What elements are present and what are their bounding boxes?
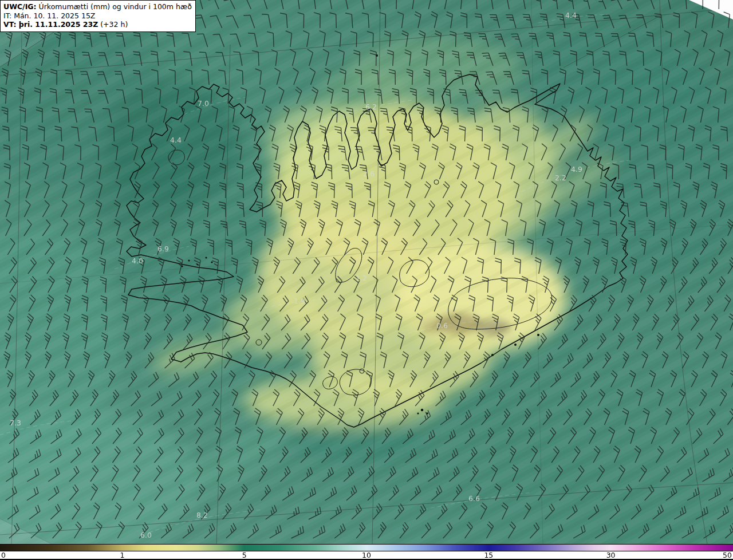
contour-label: 6.2 <box>365 102 377 111</box>
precipitation-colorbar: 0 1 5 10 15 30 50 <box>0 544 733 560</box>
contour-label: 8.2 <box>196 511 208 519</box>
product-title-line: UWC/IG: Úrkomumætti (mm) og vindur i 100… <box>3 2 192 11</box>
contour-label: 0.6 <box>436 321 448 330</box>
contour-label: 4.4 <box>565 11 577 19</box>
map-canvas: 4.4 7.0 6.2 4.4 2.6 4.9 2.2 6.9 4.0 1.2 … <box>0 0 733 544</box>
contour-label: 4.0 <box>132 257 143 265</box>
valid-time: VT: þri. 11.11.2025 23Z <box>3 20 98 29</box>
contour-label: 6.9 <box>157 244 169 253</box>
colorbar-tick: 50 <box>723 551 732 559</box>
valid-time-line: VT: þri. 11.11.2025 23Z (+32 h) <box>3 20 192 29</box>
contour-label: 1.2 <box>356 274 367 282</box>
contour-label: 4.4 <box>170 136 182 144</box>
product-label: UWC/IG: <box>3 2 37 11</box>
product-title: Úrkomumætti (mm) og vindur i 100m hæð <box>37 2 192 11</box>
weather-map: 4.4 7.0 6.2 4.4 2.6 4.9 2.2 6.9 4.0 1.2 … <box>0 0 733 560</box>
contour-label: 6.6 <box>468 494 480 503</box>
sea-banding-texture <box>0 0 733 544</box>
colorbar-tick: 5 <box>242 551 247 559</box>
contour-label: 7.3 <box>10 419 21 427</box>
colorbar-tick: 15 <box>484 551 493 559</box>
contour-label: 1.9 <box>294 297 305 305</box>
colorbar-tick: 30 <box>606 551 616 559</box>
contour-label: 2.6 <box>363 169 375 178</box>
contour-label: 6.0 <box>140 531 152 539</box>
colorbar-tick: 0 <box>1 551 6 559</box>
contour-label: 7.0 <box>198 99 209 108</box>
colorbar-tick-labels: 0 1 5 10 15 30 50 <box>0 551 733 559</box>
contour-label: 4.9 <box>571 165 582 173</box>
valid-time-offset: (+32 h) <box>98 20 128 29</box>
colorbar-tick: 1 <box>120 551 124 559</box>
init-time-line: IT: Mán. 10. 11. 2025 15Z <box>3 11 192 21</box>
info-box: UWC/IG: Úrkomumætti (mm) og vindur i 100… <box>0 0 196 32</box>
contour-label: 2.2 <box>555 173 566 182</box>
colorbar-tick: 10 <box>362 551 371 559</box>
